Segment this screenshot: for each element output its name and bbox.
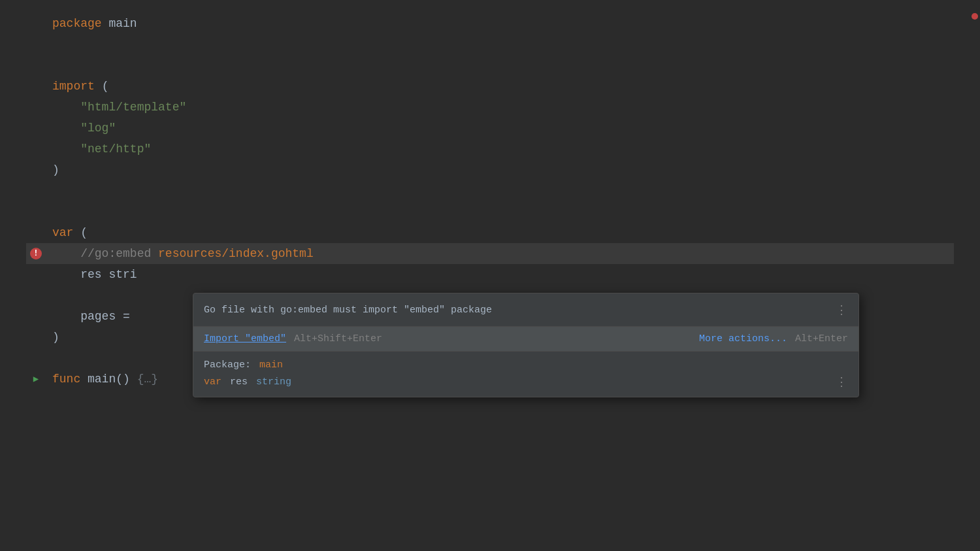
- code-line-11: var (: [26, 222, 954, 243]
- run-icon[interactable]: ▶: [30, 373, 42, 385]
- scrollbar-error-indicator: [972, 13, 978, 20]
- gutter-12: !: [26, 248, 46, 259]
- gutter-18: ▶: [26, 373, 46, 385]
- code-line-8: ): [26, 159, 954, 180]
- var-type: string: [256, 376, 291, 388]
- code-line-1: package main: [26, 13, 954, 34]
- keyword-package: package: [52, 14, 108, 33]
- code-editor: package main import ( "html/template" "l…: [0, 0, 980, 551]
- code-line-5: "html/template": [26, 97, 954, 118]
- code-line-10: [26, 201, 954, 222]
- popup-message-text: Go file with go:embed must import "embed…: [204, 305, 492, 316]
- code-line-6: "log": [26, 118, 954, 139]
- popup-package-label: Package: main: [204, 359, 283, 371]
- code-line-7: "net/http": [26, 139, 954, 159]
- popup-var-row: var res string ⋮: [204, 375, 848, 389]
- more-actions-link[interactable]: More actions...: [699, 333, 787, 344]
- code-line-4: import (: [26, 76, 954, 97]
- action-shortcut: Alt+Shift+Enter: [294, 333, 382, 344]
- var-name: res: [230, 376, 248, 388]
- error-icon[interactable]: !: [30, 248, 42, 259]
- popup-message-row: Go file with go:embed must import "embed…: [193, 293, 858, 327]
- package-name: main: [259, 359, 283, 371]
- code-line-2: [26, 34, 954, 55]
- popup-action-row[interactable]: Import "embed" Alt+Shift+Enter More acti…: [193, 327, 858, 352]
- popup-info-section: Package: main var res string ⋮: [193, 352, 858, 397]
- import-embed-link[interactable]: Import "embed": [204, 333, 286, 344]
- popup-package-row: Package: main: [204, 359, 848, 371]
- code-line-3: [26, 55, 954, 76]
- quick-fix-popup: Go file with go:embed must import "embed…: [193, 293, 859, 397]
- code-line-12: ! //go:embed resources/index.gohtml: [26, 243, 954, 264]
- package-keyword: Package:: [204, 359, 251, 371]
- popup-message-menu-icon[interactable]: ⋮: [836, 303, 848, 317]
- code-line-9: [26, 180, 954, 201]
- var-keyword: var: [204, 376, 221, 388]
- identifier-main: main: [108, 14, 137, 33]
- popup-var-menu-icon[interactable]: ⋮: [836, 375, 848, 389]
- popup-var-content: var res string: [204, 376, 291, 388]
- more-actions-shortcut: Alt+Enter: [795, 333, 848, 344]
- code-line-13: res stri: [26, 264, 954, 285]
